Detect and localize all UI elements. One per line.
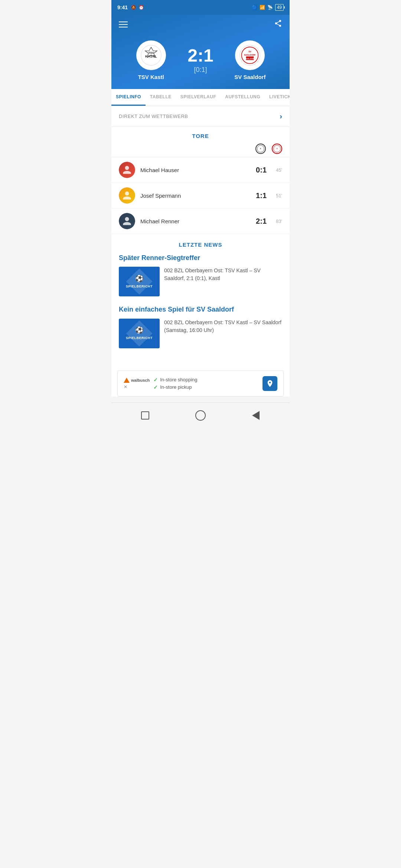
tab-liveticker[interactable]: LIVETICKER <box>265 89 290 106</box>
ad-navigation-icon[interactable] <box>263 376 277 391</box>
bottom-navigation <box>111 402 290 428</box>
news-description-1: 002 BZL Oberbayern Ost: TSV Kastl – SV S… <box>164 267 282 282</box>
score-half: [0:1] <box>194 66 207 74</box>
nav-back-button[interactable] <box>249 409 263 422</box>
status-bar: 9:41 🔕 ⏰ 🔵 📶 📡 49 <box>111 0 290 15</box>
news-section-title: LETZTE NEWS <box>119 241 282 248</box>
player-avatar-3 <box>119 213 135 229</box>
direct-link-text: DIREKT ZUM WETTBEWERB <box>119 114 188 119</box>
spielbericht-text-1: SPIELBERICHT <box>126 284 153 289</box>
svg-text:SAALDORF: SAALDORF <box>244 57 256 60</box>
status-right: 🔵 📶 📡 49 <box>252 4 284 11</box>
ad-features: ✓ In-store shopping ✓ In-store pickup <box>153 377 259 390</box>
ad-feature-1: ✓ In-store shopping <box>153 377 259 383</box>
share-button[interactable] <box>274 19 282 29</box>
ad-close-button[interactable]: ✕ <box>124 384 150 389</box>
circle-icon <box>195 410 206 421</box>
svg-text:SAALDORF: SAALDORF <box>244 54 256 56</box>
home-team: TSV KASTL TSV Kastl <box>126 40 176 80</box>
signal-icon: 📶 <box>260 5 265 10</box>
ad-left: walbusch ✕ <box>124 378 150 389</box>
goal-minute-2: 51' <box>271 193 282 198</box>
news-section: LETZTE NEWS Später Renner-Siegtreffer ⚽ … <box>111 234 290 365</box>
nav-square-button[interactable] <box>138 409 152 422</box>
away-team-name: SV Saaldorf <box>234 74 265 80</box>
away-team-logo: SV SAALDORF 1993 SAALDORF <box>235 40 265 70</box>
status-time: 9:41 <box>117 4 128 10</box>
back-icon <box>252 411 260 420</box>
ad-brand: walbusch <box>124 378 150 383</box>
hamburger-line-1 <box>119 22 128 22</box>
away-team-mini-icon: S <box>272 144 282 154</box>
match-header: TSV KASTL TSV Kastl 2:1 [0:1] SV SAALDOR… <box>111 15 290 89</box>
tab-tabelle[interactable]: TABELLE <box>146 89 176 106</box>
ball-icon-2: ⚽ <box>135 326 143 334</box>
player-name-3: Michael Renner <box>140 218 256 224</box>
main-content: DIREKT ZUM WETTBEWERB › TORE K S <box>111 106 290 397</box>
spielbericht-badge-1: ⚽ SPIELBERICHT <box>119 267 160 296</box>
status-left: 9:41 🔕 ⏰ <box>117 4 144 10</box>
player-name-1: Michael Hauser <box>140 167 256 173</box>
nav-home-button[interactable] <box>194 409 207 422</box>
spielbericht-badge-2: ⚽ SPIELBERICHT <box>119 319 160 348</box>
square-icon <box>141 411 149 420</box>
score-display: 2:1 [0:1] <box>176 47 225 74</box>
player-name-2: Josef Spermann <box>140 193 256 199</box>
tab-spielverlauf[interactable]: SPIELVERLAUF <box>176 89 221 106</box>
navigation-tabs: SPIELINFO TABELLE SPIELVERLAUF AUFSTELLU… <box>111 89 290 106</box>
silent-icon: 🔕 <box>131 5 136 10</box>
goals-team-icons: K S <box>111 142 290 157</box>
match-score-area: TSV KASTL TSV Kastl 2:1 [0:1] SV SAALDOR… <box>119 37 282 89</box>
news-image-2: ⚽ SPIELBERICHT <box>119 319 160 348</box>
news-description-2: 002 BZL Oberbayern Ost: TSV Kastl – SV S… <box>164 319 282 334</box>
alarm-icon: ⏰ <box>138 5 144 10</box>
tab-aufstellung[interactable]: AUFSTELLUNG <box>221 89 265 106</box>
ad-feature-text-1: In-store shopping <box>160 377 197 382</box>
home-team-name: TSV Kastl <box>138 74 164 80</box>
header-toolbar <box>119 19 282 29</box>
goals-section: TORE K S <box>111 127 290 234</box>
goal-score-1: 0:1 <box>256 166 267 174</box>
news-article-title-2: Kein einfaches Spiel für SV Saaldorf <box>119 305 282 314</box>
home-team-mini-icon: K <box>255 144 266 154</box>
ad-brand-name: walbusch <box>131 378 150 382</box>
news-article-title-1: Später Renner-Siegtreffer <box>119 254 282 262</box>
news-image-1: ⚽ SPIELBERICHT <box>119 267 160 296</box>
ad-feature-2: ✓ In-store pickup <box>153 384 259 390</box>
goal-minute-3: 83' <box>271 218 282 224</box>
news-article-1[interactable]: Später Renner-Siegtreffer ⚽ SPIELBERICHT… <box>119 254 282 296</box>
hamburger-line-2 <box>119 24 128 25</box>
goal-row-1: Michael Hauser 0:1 45' <box>111 157 290 183</box>
away-team: SV SAALDORF 1993 SAALDORF SV Saaldorf <box>225 40 275 80</box>
hamburger-line-3 <box>119 27 128 27</box>
bluetooth-icon: 🔵 <box>252 5 257 10</box>
goal-minute-1: 45' <box>271 167 282 173</box>
ad-logo-triangle <box>124 378 130 383</box>
ball-icon-1: ⚽ <box>135 274 143 283</box>
ad-feature-text-2: In-store pickup <box>160 384 192 390</box>
hamburger-menu[interactable] <box>119 22 128 27</box>
player-avatar-1 <box>119 162 135 178</box>
score-main: 2:1 <box>188 47 213 65</box>
chevron-right-icon: › <box>280 112 282 121</box>
battery-indicator: 49 <box>275 4 284 11</box>
goal-score-3: 2:1 <box>256 217 267 226</box>
home-team-logo: TSV KASTL <box>136 40 166 70</box>
goal-row-3: Michael Renner 2:1 83' <box>111 208 290 234</box>
svg-text:SV: SV <box>249 50 252 53</box>
goal-score-2: 1:1 <box>256 191 267 200</box>
svg-text:K: K <box>260 148 261 149</box>
news-article-2[interactable]: Kein einfaches Spiel für SV Saaldorf ⚽ S… <box>119 305 282 348</box>
goals-section-title: TORE <box>111 127 290 142</box>
spielbericht-text-2: SPIELBERICHT <box>126 336 153 341</box>
tab-spielinfo[interactable]: SPIELINFO <box>111 89 146 106</box>
goal-row-2: Josef Spermann 1:1 51' <box>111 183 290 208</box>
ad-banner: walbusch ✕ ✓ In-store shopping ✓ In-stor… <box>117 371 284 397</box>
player-avatar-2 <box>119 187 135 204</box>
checkmark-icon-1: ✓ <box>153 377 158 383</box>
news-card-2: ⚽ SPIELBERICHT 002 BZL Oberbayern Ost: T… <box>119 319 282 348</box>
svg-text:S: S <box>277 148 278 149</box>
direct-link-banner[interactable]: DIREKT ZUM WETTBEWERB › <box>111 106 290 127</box>
status-icons: 🔕 ⏰ <box>131 5 144 10</box>
news-card-1: ⚽ SPIELBERICHT 002 BZL Oberbayern Ost: T… <box>119 267 282 296</box>
